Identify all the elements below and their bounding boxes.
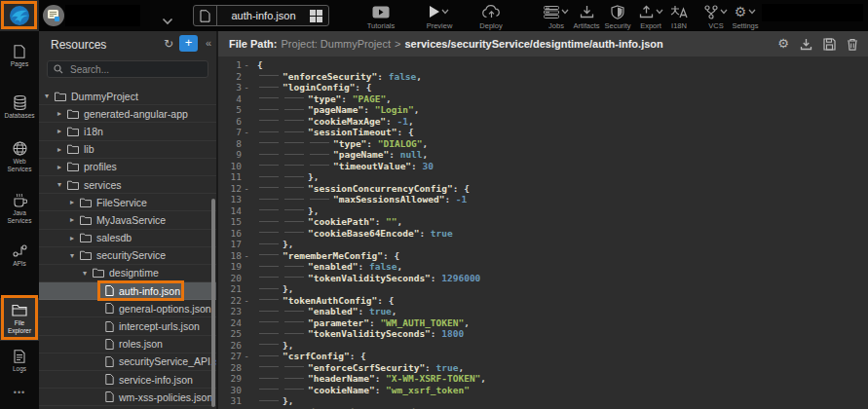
tree-item-label: salesdb [96, 232, 132, 243]
code-line[interactable]: 11}, [218, 171, 868, 183]
fold-marker-icon[interactable]: - [242, 295, 251, 307]
sidebar-item-java-services[interactable]: Java Services [0, 193, 39, 224]
code-line[interactable]: 28"enforceCsrfSecurity": true, [218, 362, 868, 374]
chevron-down-icon[interactable]: ▾ [83, 269, 93, 278]
file-icon [105, 356, 114, 367]
fold-marker-icon[interactable]: - [242, 183, 251, 195]
code-line[interactable]: 14}, [218, 205, 868, 217]
tree-item-wm-xss-policies-json[interactable]: wm-xss-policies.json [39, 389, 216, 406]
grid-view-icon[interactable] [310, 10, 322, 22]
deploy-button[interactable]: Deploy [469, 4, 513, 30]
search-input[interactable] [68, 63, 202, 76]
code-line[interactable]: 30"cookieName": "wm_xsrf_token" [218, 385, 868, 396]
code-line[interactable]: 3-"loginConfig": { [218, 82, 868, 93]
tree-item-lib[interactable]: ▸lib [39, 141, 216, 159]
tree-item-general-options-json[interactable]: general-options.json [39, 300, 216, 317]
tree-item-myjavaservice[interactable]: ▸MyJavaService [39, 211, 216, 229]
fold-marker-icon[interactable]: - [242, 82, 251, 93]
collapse-panel-icon[interactable]: « [203, 36, 214, 51]
code-line[interactable]: 12-"sessionConcurrencyConfig": { [218, 183, 868, 195]
code-line[interactable]: 25"tokenValiditySeconds": 1800 [218, 328, 868, 340]
tree-item-i18n[interactable]: ▸i18n [39, 123, 216, 140]
tree-item-profiles[interactable]: ▸profiles [39, 159, 216, 176]
chevron-right-icon[interactable]: ▸ [57, 127, 67, 135]
fold-gutter [242, 273, 251, 284]
sidebar-more-button[interactable]: ••• [0, 388, 39, 397]
add-resource-button[interactable]: + [179, 35, 198, 52]
tree-item-intercept-urls-json[interactable]: intercept-urls.json [39, 317, 216, 335]
resource-search[interactable] [47, 60, 208, 78]
chevron-right-icon[interactable]: ▸ [70, 234, 80, 242]
fold-marker-icon[interactable]: - [242, 351, 251, 362]
fold-marker-icon[interactable]: - [242, 59, 251, 71]
tree-item-service-info-json[interactable]: service-info.json [39, 371, 216, 389]
chevron-right-icon[interactable]: ▸ [57, 109, 67, 118]
app-logo[interactable] [0, 0, 39, 31]
sidebar-item-web-services[interactable]: Web Services [0, 141, 39, 172]
project-avatar[interactable] [43, 5, 64, 26]
sidebar-item-file-explorer[interactable]: File Explorer [0, 298, 39, 341]
tree-item-securityservice[interactable]: ▾securityService [39, 247, 216, 265]
tree-item-dummyproject[interactable]: ▾DummyProject [39, 88, 216, 105]
code-line[interactable]: 29"headerName": "X-WM-XSRF-TOKEN", [218, 373, 868, 385]
delete-icon[interactable] [847, 38, 858, 51]
code-line[interactable]: 16"cookieBase64Encode": true [218, 228, 868, 240]
tree-item-securityservice-api-json[interactable]: securityService_API.json [39, 353, 216, 371]
fold-marker-icon[interactable]: - [242, 250, 251, 262]
editor-area: File Path: Project: DummyProject > servi… [216, 31, 868, 409]
tree-item-fileservice[interactable]: ▸FileService [39, 194, 216, 211]
fold-marker-icon[interactable]: - [242, 127, 251, 138]
code-line[interactable]: 27-"csrfConfig": { [218, 351, 868, 362]
fold-gutter [242, 93, 251, 105]
code-line[interactable]: 23"enabled": true, [218, 306, 868, 317]
tutorials-button[interactable]: Tutorials [359, 4, 403, 30]
chevron-down-icon[interactable]: ▾ [45, 92, 55, 100]
code-line[interactable]: 5"pageName": "Login", [218, 104, 868, 116]
open-file-tab[interactable]: auth-info.json [193, 5, 329, 26]
code-line[interactable]: 20"tokenValiditySeconds": 1296000 [218, 273, 868, 284]
tree-item-generated-angular-app[interactable]: ▸generated-angular-app [39, 105, 216, 123]
sidebar-item-pages[interactable]: Pages [0, 44, 39, 68]
code-line[interactable]: 22-"tokenAuthConfig": { [218, 295, 868, 307]
code-line[interactable]: 13"maxSessionsAllowed": -1 [218, 194, 868, 205]
tree-item-designtime[interactable]: ▾designtime [39, 265, 216, 282]
code-line[interactable]: 9"pageName": null, [218, 149, 868, 161]
save-icon[interactable] [823, 38, 836, 51]
code-line[interactable]: 18-"rememberMeConfig": { [218, 250, 868, 262]
sidebar-item-apis[interactable]: APIs [0, 243, 39, 268]
tree-item-services[interactable]: ▾services [39, 176, 216, 194]
code-line[interactable]: 17}, [218, 239, 868, 250]
chevron-right-icon[interactable]: ▸ [70, 215, 80, 224]
code-line[interactable]: 21}, [218, 283, 868, 295]
chevron-down-icon[interactable]: ▾ [70, 251, 80, 260]
code-line[interactable]: 7-"sessionTimeout": { [218, 127, 868, 138]
code-line[interactable]: 1-{ [218, 59, 868, 71]
sidebar-item-databases[interactable]: Databases [0, 95, 39, 120]
refresh-icon[interactable]: ↻ [164, 37, 173, 51]
settings-chevron-icon [748, 9, 756, 15]
code-line[interactable]: 19"enabled": false, [218, 261, 868, 273]
code-editor[interactable]: 1-{2"enforceSecurity": false,3-"loginCon… [218, 56, 868, 409]
code-line[interactable]: 4"type": "PAGE", [218, 93, 868, 105]
tree-item-auth-info-json[interactable]: auth-info.json [39, 282, 216, 300]
project-dropdown-chevron-icon[interactable] [162, 12, 173, 29]
code-line[interactable]: 10"timeoutValue": 30 [218, 161, 868, 172]
preview-button[interactable]: Preview [417, 4, 462, 30]
code-line[interactable]: 26}, [218, 340, 868, 352]
chevron-right-icon[interactable]: ▸ [57, 163, 67, 171]
tree-scrollbar[interactable] [211, 199, 215, 407]
code-line[interactable]: 15"cookiePath": "", [218, 216, 868, 228]
chevron-right-icon[interactable]: ▸ [57, 145, 67, 154]
code-line[interactable]: 6"cookieMaxAge": -1, [218, 116, 868, 128]
chevron-right-icon[interactable]: ▸ [70, 198, 80, 206]
download-file-icon[interactable] [800, 38, 812, 51]
code-line[interactable]: 24"parameter": "WM_AUTH_TOKEN", [218, 317, 868, 329]
chevron-down-icon[interactable]: ▾ [57, 180, 67, 189]
code-line[interactable]: 8"type": "DIALOG", [218, 138, 868, 150]
editor-settings-icon[interactable]: ⚙ [777, 37, 789, 51]
code-line[interactable]: 31}, [218, 395, 868, 407]
tree-item-salesdb[interactable]: ▸salesdb [39, 230, 216, 247]
code-line[interactable]: 2"enforceSecurity": false, [218, 71, 868, 83]
tree-item-roles-json[interactable]: roles.json [39, 336, 216, 353]
sidebar-item-logs[interactable]: Logs [0, 349, 39, 373]
